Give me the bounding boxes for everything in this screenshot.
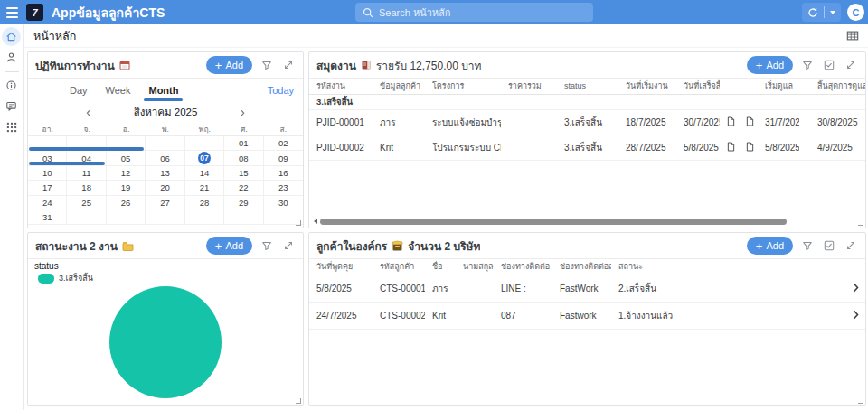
next-month-icon[interactable]: ›	[241, 106, 245, 118]
expand-icon[interactable]	[281, 58, 296, 72]
calendar-event-bar[interactable]	[29, 162, 105, 165]
tab-day[interactable]: Day	[70, 79, 88, 101]
sidebar-item-feedback[interactable]	[2, 97, 21, 116]
table-row[interactable]: 5/8/2025 CTS-00001 ภาร LINE : FastWork 2…	[309, 275, 865, 302]
search-box[interactable]	[355, 3, 593, 22]
calendar-day-cell[interactable]: 30	[264, 196, 303, 210]
calendar-day-cell[interactable]: 19	[107, 181, 146, 195]
expand-icon[interactable]	[844, 58, 858, 72]
add-button[interactable]: +Add	[747, 237, 793, 255]
column-header[interactable]: สถานะ	[611, 259, 845, 275]
column-header[interactable]: นามสกุล	[456, 259, 494, 275]
calendar-day-cell[interactable]: 29	[224, 196, 263, 210]
calendar-day-cell[interactable]	[185, 136, 224, 151]
table-row[interactable]: PJID-00001 ภาร ระบบแจ้งซ่อมบำรุง 3.เสร็จ…	[309, 109, 865, 135]
column-header[interactable]: รหัสงาน	[309, 79, 373, 94]
calendar-day-cell[interactable]	[107, 210, 146, 225]
search-input[interactable]	[379, 7, 586, 18]
add-button[interactable]: +Add	[206, 237, 252, 255]
sidebar-item-user[interactable]	[2, 48, 21, 67]
calendar-day-cell[interactable]	[146, 210, 184, 225]
sidebar-item-info[interactable]	[2, 76, 21, 95]
calendar-day-cell[interactable]: 27	[146, 196, 184, 210]
calendar-day-cell[interactable]: 23	[264, 181, 303, 195]
table-row[interactable]: PJID-00002 Krit โปรแกรมระบบ CRM / แอ... …	[309, 135, 865, 160]
legend-item[interactable]: 3.เสร็จสิ้น	[38, 272, 93, 284]
column-header[interactable]: ช่องทางติดต่อ	[494, 259, 552, 275]
divider	[5, 71, 19, 72]
column-header[interactable]: สิ้นสุดการดูแล	[799, 79, 865, 94]
column-header[interactable]: status	[557, 79, 618, 94]
select-checkbox-icon[interactable]	[822, 58, 836, 72]
filter-icon[interactable]	[800, 58, 815, 72]
column-header[interactable]: วันที่พูดคุย	[309, 259, 373, 275]
filter-icon[interactable]	[259, 58, 274, 72]
calendar-day-cell[interactable]: 18	[67, 181, 106, 195]
calendar-day-cell[interactable]: 08	[224, 151, 263, 165]
calendar-day-cell[interactable]	[67, 210, 106, 225]
prev-month-icon[interactable]: ‹	[86, 106, 90, 118]
resize-handle-icon[interactable]	[858, 220, 863, 226]
column-header[interactable]: วันที่เสร็จสิ้น	[676, 79, 720, 94]
scroll-left-icon[interactable]	[314, 219, 317, 224]
calendar-day-cell[interactable]: 10	[28, 166, 67, 181]
sync-icon[interactable]	[807, 7, 818, 18]
tab-week[interactable]: Week	[106, 79, 131, 101]
calendar-day-cell[interactable]: 17	[28, 181, 67, 195]
sync-dropdown-icon[interactable]	[830, 11, 835, 14]
filter-icon[interactable]	[259, 238, 274, 253]
calendar-day-cell[interactable]: 31	[28, 210, 67, 225]
today-button[interactable]: Today	[268, 85, 294, 96]
calendar-day-cell[interactable]: 12	[107, 166, 146, 181]
calendar-day-cell[interactable]: 02	[264, 136, 303, 151]
calendar-day-cell[interactable]	[224, 210, 263, 225]
calendar-day-cell[interactable]: 15	[224, 166, 263, 181]
resize-handle-icon[interactable]	[296, 398, 301, 404]
add-button[interactable]: +Add	[206, 56, 252, 74]
calendar-day-cell-today[interactable]: 07	[185, 151, 224, 165]
calendar-day-cell[interactable]: 05	[107, 151, 146, 165]
column-header[interactable]: วันที่เริ่มงาน	[618, 79, 676, 94]
table-row[interactable]: 24/7/2025 CTS-00002 Krit 087 Fastwork 1.…	[309, 302, 865, 329]
table-view-icon[interactable]	[846, 30, 859, 42]
calendar-day-cell[interactable]: 20	[146, 181, 184, 195]
calendar-day-cell[interactable]	[146, 136, 184, 151]
add-button[interactable]: +Add	[747, 56, 793, 74]
avatar[interactable]: C	[847, 4, 864, 21]
calendar-day-cell[interactable]: 09	[264, 151, 303, 165]
calendar-day-cell[interactable]	[185, 210, 224, 225]
column-header[interactable]: ช่องทางติดต่อสำร...	[552, 259, 611, 275]
calendar-day-cell[interactable]: 14	[185, 166, 224, 181]
calendar-day-cell[interactable]: 06	[146, 151, 184, 165]
filter-icon[interactable]	[800, 238, 815, 253]
calendar-day-cell[interactable]: 01	[224, 136, 263, 151]
sidebar-item-home[interactable]	[2, 27, 21, 46]
calendar-day-cell[interactable]: 16	[264, 166, 303, 181]
column-header[interactable]: เริ่มดูแล	[758, 79, 799, 94]
column-header[interactable]: ชื่อ	[425, 259, 456, 275]
resize-handle-icon[interactable]	[858, 398, 863, 404]
calendar-day-cell[interactable]: 24	[28, 196, 67, 210]
column-header[interactable]: ราคารวม	[501, 79, 557, 94]
resize-handle-icon[interactable]	[296, 220, 301, 226]
tab-month[interactable]: Month	[148, 79, 178, 101]
column-header[interactable]: ข้อมูลลูกค้า	[373, 79, 425, 94]
calendar-day-cell[interactable]: 21	[185, 181, 224, 195]
calendar-day-cell[interactable]: 13	[146, 166, 184, 181]
scrollbar-thumb[interactable]	[320, 219, 787, 225]
calendar-day-cell[interactable]: 26	[107, 196, 146, 210]
calendar-day-cell[interactable]: 28	[185, 196, 224, 210]
calendar-day-cell[interactable]: 22	[224, 181, 263, 195]
calendar-day-cell[interactable]: 11	[67, 166, 106, 181]
column-header[interactable]: รหัสลูกค้า	[373, 259, 425, 275]
menu-icon[interactable]	[0, 0, 24, 24]
group-header-row[interactable]: 3.เสร็จสิ้น	[309, 94, 865, 109]
expand-icon[interactable]	[281, 238, 296, 253]
column-header[interactable]: โครงการ	[425, 79, 501, 94]
select-checkbox-icon[interactable]	[822, 238, 836, 253]
calendar-day-cell[interactable]: 25	[67, 196, 106, 210]
pie-chart[interactable]	[109, 286, 222, 398]
sidebar-item-apps[interactable]	[2, 117, 21, 136]
calendar-event-bar[interactable]	[29, 147, 144, 151]
expand-icon[interactable]	[844, 238, 858, 253]
